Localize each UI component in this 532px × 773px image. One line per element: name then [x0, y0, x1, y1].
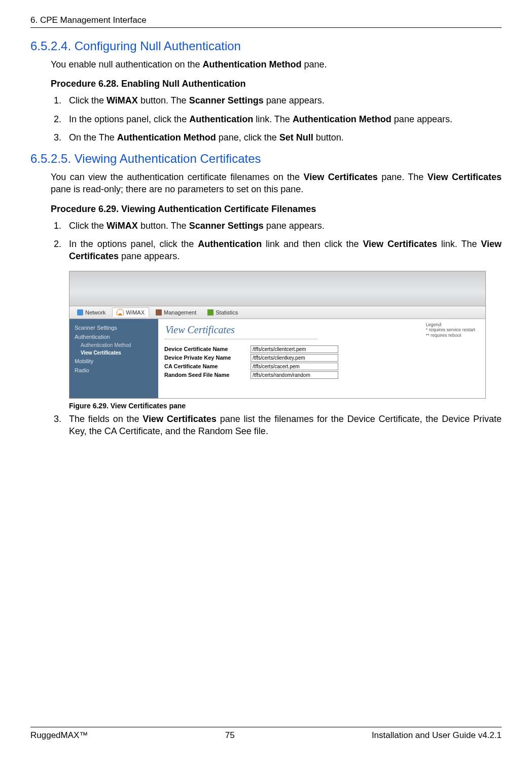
- figure-629: Network WiMAX Management Statistics Scan…: [69, 271, 502, 399]
- network-icon: [77, 309, 83, 315]
- text: pane, click the: [216, 132, 279, 143]
- bold-auth-method: Authentication Method: [117, 132, 216, 143]
- step-1: Click the WiMAX button. The Scanner Sett…: [64, 94, 502, 107]
- footer-right: Installation and User Guide v4.2.1: [372, 730, 502, 741]
- bold-view-certs: View Certificates: [304, 172, 378, 182]
- tab-management[interactable]: Management: [151, 308, 201, 317]
- wifi-icon: [117, 309, 124, 315]
- bold-authentication: Authentication: [189, 114, 253, 124]
- row-ca-cert: CA Certificate Name /tffs/certs/cacert.p…: [164, 363, 479, 370]
- text: pane appears.: [264, 221, 325, 231]
- monitor-icon: [156, 309, 162, 315]
- text: Click the: [69, 221, 107, 231]
- legend-box: Legend: * requires service restart ** re…: [425, 322, 475, 338]
- footer-center: 75: [225, 730, 235, 741]
- input-device-key[interactable]: /tffs/certs/clientkey.pem: [251, 354, 338, 362]
- label-device-key: Device Private Key Name: [164, 355, 251, 361]
- intro-6524: You enable null authentication on the Au…: [51, 58, 502, 71]
- page-footer: RuggedMAX™ 75 Installation and User Guid…: [30, 727, 502, 741]
- tab-label: WiMAX: [126, 309, 145, 315]
- tab-statistics[interactable]: Statistics: [203, 308, 242, 317]
- tab-label: Network: [85, 309, 105, 315]
- text: link and then click the: [262, 239, 363, 249]
- tab-label: Management: [164, 309, 196, 315]
- sidebar-item-mobility[interactable]: Mobility: [69, 357, 158, 366]
- procedure-628-list: Click the WiMAX button. The Scanner Sett…: [51, 94, 502, 144]
- text: pane. The: [378, 172, 428, 182]
- label-random-seed: Random Seed File Name: [164, 372, 251, 378]
- bold-wimax: WiMAX: [107, 221, 138, 231]
- form-rows: Device Certificate Name /tffs/certs/clie…: [164, 345, 479, 379]
- legend-line: * requires service restart: [425, 327, 475, 333]
- screenshot-tabs: Network WiMAX Management Statistics: [69, 306, 485, 319]
- text: You enable null authentication on the: [51, 59, 203, 69]
- step-3: The fields on the View Certificates pane…: [64, 413, 502, 438]
- screenshot-view-certs: Network WiMAX Management Statistics Scan…: [69, 271, 486, 399]
- row-device-key: Device Private Key Name /tffs/certs/clie…: [164, 354, 479, 362]
- tab-wimax[interactable]: WiMAX: [112, 307, 149, 317]
- bold-view-certs: View Certificates: [143, 414, 217, 424]
- sidebar-item-auth-method[interactable]: Authentication Method: [69, 341, 158, 349]
- text: pane appears.: [392, 114, 452, 124]
- bold-auth-method: Authentication Method: [203, 59, 302, 69]
- pane-title: View Certificates: [164, 323, 317, 339]
- step-1: Click the WiMAX button. The Scanner Sett…: [64, 220, 502, 232]
- bold-authentication: Authentication: [198, 239, 262, 249]
- bold-wimax: WiMAX: [107, 95, 138, 106]
- legend-title: Legend:: [425, 322, 475, 328]
- text: In the options panel, click the: [69, 239, 198, 249]
- text: link. The: [437, 239, 481, 249]
- procedure-629-list: Click the WiMAX button. The Scanner Sett…: [51, 220, 502, 263]
- text: link. The: [253, 114, 293, 124]
- input-ca-cert[interactable]: /tffs/certs/cacert.pem: [251, 363, 338, 370]
- figure-caption-629: Figure 6.29. View Certificates pane: [69, 402, 502, 410]
- input-device-cert[interactable]: /tffs/certs/clientcert.pem: [251, 345, 338, 353]
- label-device-cert: Device Certificate Name: [164, 346, 251, 352]
- input-random-seed[interactable]: /tffs/certs/random/random: [251, 371, 338, 379]
- tab-label: Statistics: [216, 309, 238, 315]
- sidebar-item-auth[interactable]: Authentication: [69, 332, 158, 341]
- bold-set-null: Set Null: [279, 132, 313, 143]
- intro-6525: You can view the authentication certific…: [51, 171, 502, 196]
- text: button.: [313, 132, 344, 143]
- procedure-title-629: Procedure 6.29. Viewing Authentication C…: [51, 204, 502, 215]
- section-title-6524: 6.5.2.4. Configuring Null Authentication: [30, 39, 502, 53]
- sidebar-item-view-certs[interactable]: View Certificates: [69, 349, 158, 357]
- bold-view-certs: View Certificates: [363, 239, 437, 249]
- sidebar-item-radio[interactable]: Radio: [69, 366, 158, 375]
- row-random-seed: Random Seed File Name /tffs/certs/random…: [164, 371, 479, 379]
- text: The fields on the: [69, 414, 143, 424]
- text: Click the: [69, 95, 107, 106]
- bold-scanner-settings: Scanner Settings: [189, 221, 264, 231]
- procedure-title-628: Procedure 6.28. Enabling Null Authentica…: [51, 79, 502, 89]
- legend-line: ** requires reboot: [425, 333, 475, 338]
- bars-icon: [207, 309, 214, 315]
- page-header: 6. CPE Management Interface: [30, 15, 502, 28]
- text: pane.: [302, 59, 327, 69]
- row-device-cert: Device Certificate Name /tffs/certs/clie…: [164, 345, 479, 353]
- bold-view-certs: View Certificates: [428, 172, 502, 182]
- text: pane appears.: [264, 95, 325, 106]
- text: In the options panel, click the: [69, 114, 189, 124]
- text: pane is read-only; there are no paramete…: [51, 184, 303, 194]
- label-ca-cert: CA Certificate Name: [164, 363, 251, 369]
- step-2: In the options panel, click the Authenti…: [64, 238, 502, 263]
- procedure-629-list-cont: The fields on the View Certificates pane…: [51, 413, 502, 438]
- screenshot-sidebar: Scanner Settings Authentication Authenti…: [69, 319, 158, 398]
- text: pane appears.: [119, 251, 180, 261]
- text: button. The: [138, 95, 189, 106]
- tab-network[interactable]: Network: [73, 308, 110, 317]
- bold-scanner-settings: Scanner Settings: [189, 95, 264, 106]
- screenshot-main: Legend: * requires service restart ** re…: [158, 319, 485, 398]
- footer-left: RuggedMAX™: [30, 730, 88, 741]
- section-title-6525: 6.5.2.5. Viewing Authentication Certific…: [30, 152, 502, 166]
- screenshot-banner: [69, 271, 485, 306]
- step-3: On the The Authentication Method pane, c…: [64, 131, 502, 144]
- text: button. The: [138, 221, 189, 231]
- text: You can view the authentication certific…: [51, 172, 304, 182]
- step-2: In the options panel, click the Authenti…: [64, 113, 502, 125]
- text: On the The: [69, 132, 117, 143]
- bold-auth-method: Authentication Method: [293, 114, 392, 124]
- sidebar-item-scanner[interactable]: Scanner Settings: [69, 323, 158, 332]
